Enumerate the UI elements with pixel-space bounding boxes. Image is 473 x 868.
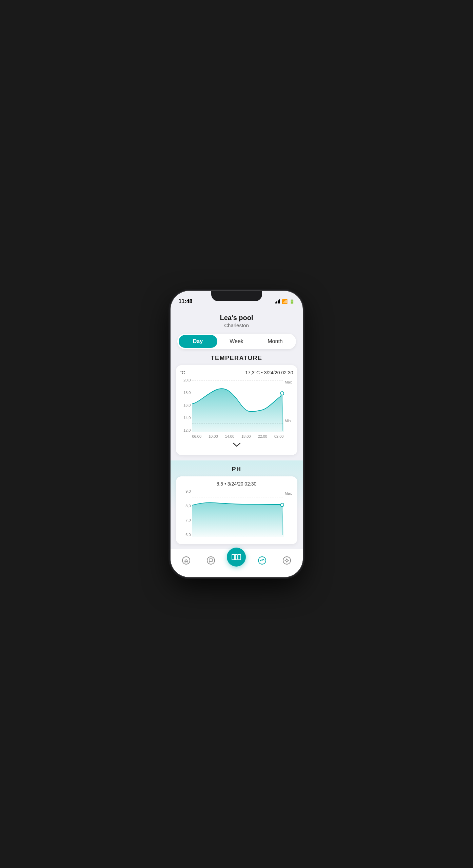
svg-point-6 [280, 503, 284, 507]
nav-remote[interactable] [278, 553, 295, 568]
svg-point-7 [182, 557, 190, 564]
temp-max-min: Max Min [285, 378, 292, 432]
nav-chat[interactable] [202, 553, 219, 568]
ph-current-value: 8,5 • 3/24/20 02:30 [217, 481, 257, 487]
temperature-title: TEMPERATURE [171, 355, 303, 362]
temp-svg [192, 378, 284, 432]
tab-selector: Day Week Month [177, 334, 296, 349]
temperature-chart-area: 20,0 18,0 16,0 14,0 12,0 Max Min [180, 378, 293, 432]
stats-icon [258, 556, 267, 565]
svg-point-14 [286, 559, 288, 561]
content-scroll[interactable]: Lea's pool Charleston Day Week Month TEM… [171, 307, 303, 549]
temp-svg-area [192, 378, 284, 432]
chat-icon [206, 556, 215, 565]
ph-chart-card: 8,5 • 3/24/20 02:30 9,0 8,0 7,0 6,0 Max [176, 476, 297, 544]
temperature-chart-card: °C 17,3°C • 3/24/20 02:30 20,0 18,0 16,0… [176, 365, 297, 455]
wifi-icon: 📶 [282, 299, 288, 304]
ph-y-labels: 9,0 8,0 7,0 6,0 [180, 489, 192, 537]
pool-icon [232, 553, 241, 561]
pool-name: Lea's pool [171, 314, 303, 322]
chart-header: °C 17,3°C • 3/24/20 02:30 [180, 370, 293, 375]
svg-rect-11 [238, 554, 241, 560]
header: Lea's pool Charleston [171, 307, 303, 334]
temp-min-label: Min [285, 419, 292, 432]
svg-rect-10 [235, 554, 237, 560]
ph-section: PH 8,5 • 3/24/20 02:30 9,0 8,0 7,0 6,0 [171, 460, 303, 544]
chevron-down-icon[interactable] [180, 442, 293, 449]
temp-unit: °C [180, 370, 185, 375]
ph-max-label: Max [285, 489, 292, 495]
svg-point-8 [207, 557, 215, 564]
temp-current-value: 17,3°C • 3/24/20 02:30 [245, 370, 293, 375]
signal-icon [275, 299, 280, 303]
nav-center-pool[interactable] [227, 548, 246, 567]
ph-svg [192, 489, 284, 537]
tab-month[interactable]: Month [256, 335, 295, 348]
temp-y-labels: 20,0 18,0 16,0 14,0 12,0 [180, 378, 192, 432]
status-icons: 📶 🔋 [275, 299, 295, 304]
status-time: 11:48 [179, 298, 193, 304]
ph-chart-header: 8,5 • 3/24/20 02:30 [180, 481, 293, 487]
svg-point-3 [280, 392, 284, 395]
phone-screen: 11:48 📶 🔋 Lea's pool Charleston [171, 291, 303, 577]
ph-title: PH [171, 466, 303, 473]
temp-max-label: Max [285, 378, 292, 384]
battery-icon: 🔋 [289, 299, 295, 304]
bottom-nav [171, 549, 303, 577]
ph-max-min: Max [285, 489, 292, 537]
tab-day[interactable]: Day [179, 335, 217, 348]
tab-week[interactable]: Week [217, 335, 256, 348]
ph-svg-area [192, 489, 284, 537]
temp-x-labels: 06:00 10:00 14:00 18:00 22:00 02:00 [192, 434, 284, 438]
home-icon [182, 556, 191, 565]
svg-rect-9 [232, 554, 235, 560]
notch [211, 291, 262, 301]
nav-home[interactable] [178, 553, 195, 568]
phone-frame: 11:48 📶 🔋 Lea's pool Charleston [171, 291, 303, 577]
svg-point-13 [283, 557, 291, 564]
ph-chart-area: 9,0 8,0 7,0 6,0 Max [180, 489, 293, 537]
nav-stats[interactable] [254, 553, 271, 568]
pool-location: Charleston [171, 322, 303, 328]
remote-icon [282, 556, 291, 565]
